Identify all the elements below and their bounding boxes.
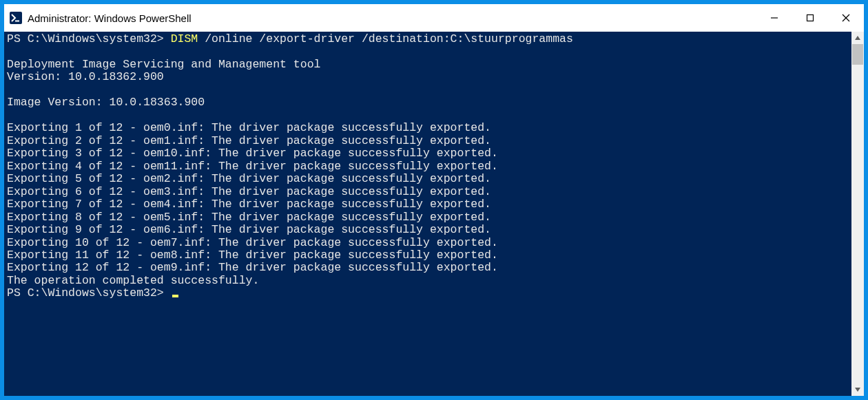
output-line [7,109,849,122]
command-args: /online /export-driver /destination:C:\s… [198,32,573,45]
svg-line-4 [843,14,849,21]
output-line: Exporting 9 of 12 - oem6.inf: The driver… [7,224,849,236]
scroll-down-arrow-icon[interactable] [851,383,864,396]
output-line: Exporting 2 of 12 - oem1.inf: The driver… [7,135,849,147]
close-button[interactable] [828,4,864,32]
prompt: PS C:\Windows\system32> [7,32,171,45]
svg-line-5 [843,14,849,21]
prompt: PS C:\Windows\system32> [7,286,171,299]
output-line: Exporting 11 of 12 - oem8.inf: The drive… [7,249,849,262]
maximize-button[interactable] [792,4,828,32]
command-line: PS C:\Windows\system32> DISM /online /ex… [7,33,849,45]
titlebar[interactable]: Administrator: Windows PowerShell [4,4,864,32]
output-line: Image Version: 10.0.18363.900 [7,96,849,109]
output-line: Deployment Image Servicing and Managemen… [7,59,849,71]
command-keyword: DISM [171,32,198,45]
scroll-track[interactable] [851,44,864,383]
output-line: Exporting 4 of 12 - oem11.inf: The drive… [7,160,849,173]
output-line: Exporting 1 of 12 - oem0.inf: The driver… [7,122,849,134]
output-line: Exporting 5 of 12 - oem2.inf: The driver… [7,173,849,185]
window-title: Administrator: Windows PowerShell [28,12,192,24]
output-line [7,84,849,96]
cursor-icon [172,295,178,297]
terminal-output[interactable]: PS C:\Windows\system32> DISM /online /ex… [4,32,851,396]
output-line: Exporting 12 of 12 - oem9.inf: The drive… [7,262,849,274]
powershell-icon [10,12,22,24]
output-line: Exporting 10 of 12 - oem7.inf: The drive… [7,237,849,249]
minimize-button[interactable] [756,4,792,32]
vertical-scrollbar[interactable] [851,32,864,396]
prompt-line: PS C:\Windows\system32> [7,287,849,299]
powershell-window: Administrator: Windows PowerShell PS C:\… [4,4,864,396]
output-line: The operation completed successfully. [7,275,849,287]
client-area: PS C:\Windows\system32> DISM /online /ex… [4,32,864,396]
svg-rect-3 [807,15,814,21]
output-line: Exporting 8 of 12 - oem5.inf: The driver… [7,211,849,224]
scroll-up-arrow-icon[interactable] [851,32,864,44]
output-line [7,45,849,58]
output-line: Exporting 7 of 12 - oem4.inf: The driver… [7,198,849,211]
output-line: Exporting 6 of 12 - oem3.inf: The driver… [7,186,849,198]
output-line: Exporting 3 of 12 - oem10.inf: The drive… [7,147,849,160]
scroll-thumb[interactable] [852,44,863,65]
output-line: Version: 10.0.18362.900 [7,71,849,83]
